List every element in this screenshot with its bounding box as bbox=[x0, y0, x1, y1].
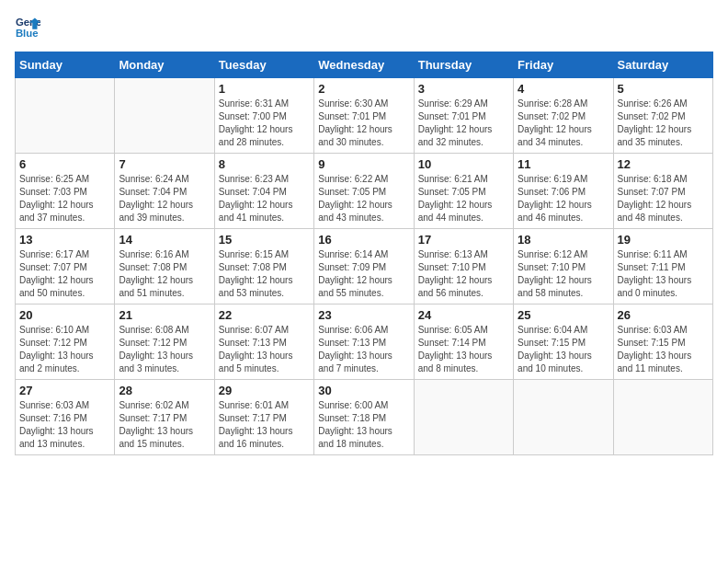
day-info: Sunrise: 6:02 AM Sunset: 7:17 PM Dayligh… bbox=[119, 399, 210, 451]
day-info: Sunrise: 6:13 AM Sunset: 7:10 PM Dayligh… bbox=[418, 248, 509, 300]
calendar-cell: 6Sunrise: 6:25 AM Sunset: 7:03 PM Daylig… bbox=[16, 154, 115, 229]
calendar-week-row: 13Sunrise: 6:17 AM Sunset: 7:07 PM Dayli… bbox=[16, 229, 713, 304]
day-info: Sunrise: 6:25 AM Sunset: 7:03 PM Dayligh… bbox=[19, 173, 110, 224]
day-number: 4 bbox=[518, 82, 609, 96]
day-number: 8 bbox=[219, 157, 310, 171]
day-number: 7 bbox=[119, 157, 210, 171]
day-info: Sunrise: 6:31 AM Sunset: 7:00 PM Dayligh… bbox=[219, 98, 310, 149]
day-info: Sunrise: 6:29 AM Sunset: 7:01 PM Dayligh… bbox=[418, 98, 509, 149]
calendar-header-row: SundayMondayTuesdayWednesdayThursdayFrid… bbox=[16, 52, 713, 78]
day-info: Sunrise: 6:00 AM Sunset: 7:18 PM Dayligh… bbox=[318, 399, 409, 451]
day-number: 25 bbox=[518, 308, 609, 322]
calendar-cell: 3Sunrise: 6:29 AM Sunset: 7:01 PM Daylig… bbox=[414, 78, 513, 154]
day-number: 22 bbox=[219, 308, 310, 322]
day-number: 28 bbox=[119, 384, 210, 397]
day-number: 9 bbox=[318, 157, 409, 171]
calendar-cell: 27Sunrise: 6:03 AM Sunset: 7:16 PM Dayli… bbox=[16, 380, 115, 455]
weekday-header: Monday bbox=[115, 52, 214, 78]
day-info: Sunrise: 6:15 AM Sunset: 7:08 PM Dayligh… bbox=[219, 248, 310, 300]
calendar-cell: 26Sunrise: 6:03 AM Sunset: 7:15 PM Dayli… bbox=[613, 304, 712, 380]
day-number: 29 bbox=[219, 384, 310, 397]
day-number: 23 bbox=[318, 308, 409, 322]
header: General Blue bbox=[15, 15, 713, 40]
day-number: 30 bbox=[318, 384, 409, 397]
day-info: Sunrise: 6:26 AM Sunset: 7:02 PM Dayligh… bbox=[618, 98, 709, 149]
day-number: 2 bbox=[318, 82, 409, 96]
day-number: 20 bbox=[19, 308, 110, 322]
day-number: 18 bbox=[518, 233, 609, 247]
calendar-week-row: 1Sunrise: 6:31 AM Sunset: 7:00 PM Daylig… bbox=[16, 78, 713, 154]
weekday-header: Friday bbox=[514, 52, 613, 78]
calendar-cell bbox=[414, 380, 513, 455]
day-number: 16 bbox=[318, 233, 409, 247]
day-info: Sunrise: 6:08 AM Sunset: 7:12 PM Dayligh… bbox=[119, 324, 210, 375]
calendar-cell: 8Sunrise: 6:23 AM Sunset: 7:04 PM Daylig… bbox=[214, 154, 313, 229]
weekday-header: Wednesday bbox=[314, 52, 414, 78]
calendar-cell: 12Sunrise: 6:18 AM Sunset: 7:07 PM Dayli… bbox=[613, 154, 712, 229]
day-info: Sunrise: 6:16 AM Sunset: 7:08 PM Dayligh… bbox=[119, 248, 210, 300]
day-number: 3 bbox=[418, 82, 509, 96]
day-info: Sunrise: 6:05 AM Sunset: 7:14 PM Dayligh… bbox=[418, 324, 509, 375]
day-info: Sunrise: 6:28 AM Sunset: 7:02 PM Dayligh… bbox=[518, 98, 609, 149]
day-info: Sunrise: 6:19 AM Sunset: 7:06 PM Dayligh… bbox=[518, 173, 609, 224]
day-number: 24 bbox=[418, 308, 509, 322]
day-info: Sunrise: 6:17 AM Sunset: 7:07 PM Dayligh… bbox=[19, 248, 110, 300]
calendar-cell bbox=[115, 78, 214, 154]
day-info: Sunrise: 6:14 AM Sunset: 7:09 PM Dayligh… bbox=[318, 248, 409, 300]
day-number: 26 bbox=[618, 308, 709, 322]
calendar-cell: 11Sunrise: 6:19 AM Sunset: 7:06 PM Dayli… bbox=[514, 154, 613, 229]
day-number: 1 bbox=[219, 82, 310, 96]
weekday-header: Tuesday bbox=[214, 52, 313, 78]
logo-icon: General Blue bbox=[15, 15, 40, 40]
weekday-header: Sunday bbox=[16, 52, 115, 78]
calendar-cell: 1Sunrise: 6:31 AM Sunset: 7:00 PM Daylig… bbox=[214, 78, 313, 154]
day-number: 10 bbox=[418, 157, 509, 171]
day-number: 5 bbox=[618, 82, 709, 96]
day-number: 27 bbox=[19, 384, 110, 397]
day-info: Sunrise: 6:10 AM Sunset: 7:12 PM Dayligh… bbox=[19, 324, 110, 375]
day-info: Sunrise: 6:18 AM Sunset: 7:07 PM Dayligh… bbox=[618, 173, 709, 224]
calendar-cell: 25Sunrise: 6:04 AM Sunset: 7:15 PM Dayli… bbox=[514, 304, 613, 380]
calendar-cell bbox=[613, 380, 712, 455]
day-info: Sunrise: 6:30 AM Sunset: 7:01 PM Dayligh… bbox=[318, 98, 409, 149]
calendar-cell: 15Sunrise: 6:15 AM Sunset: 7:08 PM Dayli… bbox=[214, 229, 313, 304]
calendar-cell: 29Sunrise: 6:01 AM Sunset: 7:17 PM Dayli… bbox=[214, 380, 313, 455]
day-number: 12 bbox=[618, 157, 709, 171]
calendar-cell: 2Sunrise: 6:30 AM Sunset: 7:01 PM Daylig… bbox=[314, 78, 414, 154]
day-info: Sunrise: 6:22 AM Sunset: 7:05 PM Dayligh… bbox=[318, 173, 409, 224]
day-number: 11 bbox=[518, 157, 609, 171]
weekday-header: Saturday bbox=[613, 52, 712, 78]
day-info: Sunrise: 6:21 AM Sunset: 7:05 PM Dayligh… bbox=[418, 173, 509, 224]
calendar-cell bbox=[514, 380, 613, 455]
day-info: Sunrise: 6:06 AM Sunset: 7:13 PM Dayligh… bbox=[318, 324, 409, 375]
day-info: Sunrise: 6:23 AM Sunset: 7:04 PM Dayligh… bbox=[219, 173, 310, 224]
calendar-week-row: 20Sunrise: 6:10 AM Sunset: 7:12 PM Dayli… bbox=[16, 304, 713, 380]
day-number: 14 bbox=[119, 233, 210, 247]
day-info: Sunrise: 6:04 AM Sunset: 7:15 PM Dayligh… bbox=[518, 324, 609, 375]
calendar-cell: 18Sunrise: 6:12 AM Sunset: 7:10 PM Dayli… bbox=[514, 229, 613, 304]
day-info: Sunrise: 6:01 AM Sunset: 7:17 PM Dayligh… bbox=[219, 399, 310, 451]
calendar-cell: 22Sunrise: 6:07 AM Sunset: 7:13 PM Dayli… bbox=[214, 304, 313, 380]
calendar: SundayMondayTuesdayWednesdayThursdayFrid… bbox=[15, 52, 713, 455]
calendar-cell: 14Sunrise: 6:16 AM Sunset: 7:08 PM Dayli… bbox=[115, 229, 214, 304]
day-info: Sunrise: 6:12 AM Sunset: 7:10 PM Dayligh… bbox=[518, 248, 609, 300]
day-number: 17 bbox=[418, 233, 509, 247]
calendar-week-row: 6Sunrise: 6:25 AM Sunset: 7:03 PM Daylig… bbox=[16, 154, 713, 229]
calendar-cell: 9Sunrise: 6:22 AM Sunset: 7:05 PM Daylig… bbox=[314, 154, 414, 229]
calendar-cell: 23Sunrise: 6:06 AM Sunset: 7:13 PM Dayli… bbox=[314, 304, 414, 380]
calendar-cell: 13Sunrise: 6:17 AM Sunset: 7:07 PM Dayli… bbox=[16, 229, 115, 304]
calendar-cell: 4Sunrise: 6:28 AM Sunset: 7:02 PM Daylig… bbox=[514, 78, 613, 154]
day-info: Sunrise: 6:11 AM Sunset: 7:11 PM Dayligh… bbox=[618, 248, 709, 300]
calendar-cell: 30Sunrise: 6:00 AM Sunset: 7:18 PM Dayli… bbox=[314, 380, 414, 455]
calendar-cell: 7Sunrise: 6:24 AM Sunset: 7:04 PM Daylig… bbox=[115, 154, 214, 229]
calendar-cell: 20Sunrise: 6:10 AM Sunset: 7:12 PM Dayli… bbox=[16, 304, 115, 380]
calendar-cell: 28Sunrise: 6:02 AM Sunset: 7:17 PM Dayli… bbox=[115, 380, 214, 455]
calendar-cell: 21Sunrise: 6:08 AM Sunset: 7:12 PM Dayli… bbox=[115, 304, 214, 380]
day-number: 15 bbox=[219, 233, 310, 247]
day-number: 19 bbox=[618, 233, 709, 247]
logo: General Blue bbox=[15, 15, 42, 40]
day-info: Sunrise: 6:03 AM Sunset: 7:16 PM Dayligh… bbox=[19, 399, 110, 451]
day-info: Sunrise: 6:07 AM Sunset: 7:13 PM Dayligh… bbox=[219, 324, 310, 375]
day-info: Sunrise: 6:24 AM Sunset: 7:04 PM Dayligh… bbox=[119, 173, 210, 224]
calendar-cell: 24Sunrise: 6:05 AM Sunset: 7:14 PM Dayli… bbox=[414, 304, 513, 380]
